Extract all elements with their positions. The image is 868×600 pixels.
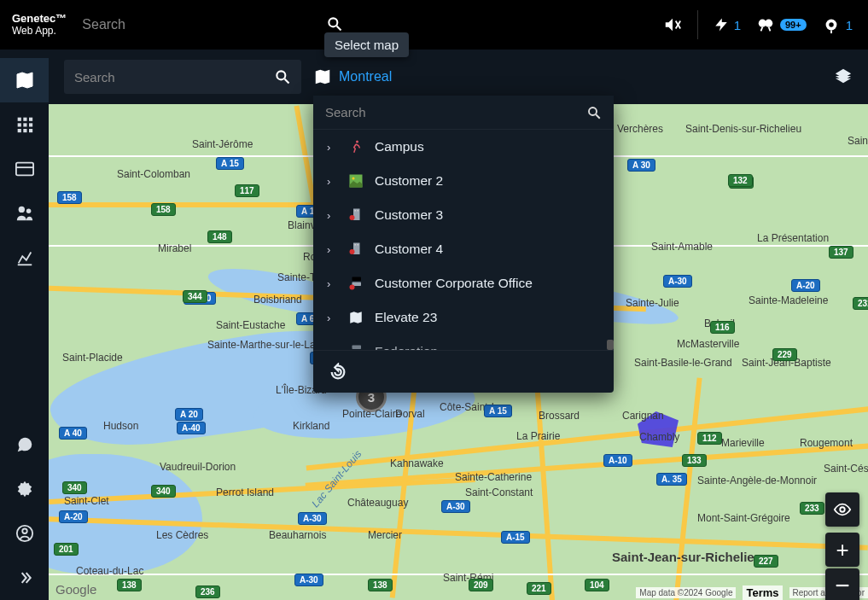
nav-expand[interactable] — [0, 556, 49, 600]
map-data-text: Map data ©2024 Google — [636, 587, 736, 598]
place-label: Saint-Colomban — [117, 168, 190, 180]
road-shield: 117 — [235, 184, 259, 197]
road-shield: 158 — [151, 203, 176, 216]
road-shield: 227 — [754, 555, 778, 568]
road-shield: 138 — [368, 579, 393, 591]
road-shield: 112 — [697, 432, 722, 445]
dropdown-item-campus[interactable]: › Campus — [313, 130, 614, 164]
svg-point-28 — [589, 108, 597, 115]
nav-grid[interactable] — [0, 102, 49, 147]
road-shield: A-30 — [294, 574, 323, 586]
terms-link[interactable]: Terms — [743, 585, 782, 600]
svg-rect-13 — [23, 123, 26, 126]
mute-button[interactable] — [663, 15, 682, 34]
dropdown-item-corporate[interactable]: › Customer Corporate Office — [313, 266, 614, 300]
dropdown-item-customer2[interactable]: › Customer 2 — [313, 164, 614, 198]
place-label: Saint-Denis-sur-Richelieu — [685, 123, 801, 135]
nav-card[interactable] — [0, 147, 49, 191]
svg-rect-11 — [29, 118, 32, 121]
server-pin-icon — [347, 275, 364, 292]
chevron-right-icon: › — [327, 277, 330, 290]
zoom-out-button[interactable]: − — [825, 568, 859, 600]
place-label: Châteauguay — [347, 497, 408, 509]
layers-button[interactable] — [834, 67, 853, 86]
nav-chat[interactable] — [0, 422, 49, 467]
place-label: Saint-Amable — [651, 241, 713, 253]
map-search[interactable] — [64, 60, 301, 94]
dropdown-item-label: Elevate 23 — [375, 310, 437, 325]
map-icon — [347, 309, 364, 326]
place-label: Saint-Césaire — [824, 463, 868, 475]
place-label: La Présentation — [757, 232, 829, 244]
svg-point-32 — [352, 178, 355, 180]
nav-maps[interactable] — [0, 58, 49, 102]
alerts-count: 1 — [734, 18, 741, 32]
dropdown-item-federation[interactable]: › Federation — [313, 335, 614, 350]
place-label: Vaudreuil-Dorion — [160, 461, 236, 473]
place-label: Chambly — [639, 431, 679, 443]
chevron-right-icon: › — [327, 312, 330, 324]
dropdown-item-label: Campus — [375, 139, 424, 154]
refresh-button[interactable] — [329, 363, 347, 382]
search-icon[interactable] — [326, 15, 343, 32]
road-shield: 158 — [57, 191, 82, 204]
record-button[interactable]: 1 — [822, 15, 853, 34]
svg-point-30 — [356, 141, 358, 143]
place-label: Rougemont — [800, 437, 853, 449]
watch-button[interactable]: 99+ — [756, 15, 807, 34]
select-map-tooltip: Select map — [324, 32, 409, 57]
map-select-button[interactable]: Montreal — [313, 67, 392, 86]
zoom-in-button[interactable]: + — [825, 533, 859, 567]
place-label: McMasterville — [677, 338, 739, 350]
road-shield: 116 — [710, 321, 735, 334]
place-label: La Prairie — [516, 430, 560, 442]
svg-rect-15 — [17, 129, 20, 132]
dropdown-search[interactable] — [313, 96, 614, 130]
nav-people[interactable] — [0, 191, 49, 236]
place-label: Boisbriand — [253, 294, 302, 306]
svg-line-29 — [596, 114, 600, 119]
nav-account[interactable] — [0, 511, 49, 556]
divider — [697, 10, 698, 39]
svg-rect-8 — [830, 30, 832, 33]
chevron-right-icon: › — [327, 243, 330, 256]
map-icon — [313, 67, 332, 86]
road-shield: A-20 — [791, 279, 820, 292]
server-pin-icon — [347, 343, 364, 350]
svg-line-27 — [285, 79, 289, 84]
road-shield: 201 — [54, 543, 79, 556]
dropdown-item-customer4[interactable]: › Customer 4 — [313, 232, 614, 266]
place-label: Brossard — [539, 410, 580, 422]
current-map-label: Montreal — [339, 69, 392, 84]
svg-rect-16 — [23, 129, 26, 132]
road-shield: A 20 — [175, 408, 203, 421]
road-shield: 133 — [682, 454, 707, 467]
nav-reports[interactable] — [0, 236, 49, 280]
scrollbar[interactable] — [607, 130, 614, 350]
svg-point-20 — [18, 207, 24, 213]
svg-point-40 — [350, 249, 355, 254]
map-search-input[interactable] — [74, 70, 274, 84]
place-label: Hudson — [103, 420, 138, 432]
dropdown-search-input[interactable] — [325, 105, 580, 119]
place-label: Saint-Jean-sur-Richelieu — [612, 550, 762, 564]
search-icon[interactable] — [586, 105, 602, 120]
nav-settings[interactable] — [0, 467, 49, 511]
search-icon[interactable] — [274, 68, 291, 85]
road-shield: 104 — [585, 579, 609, 591]
dropdown-list: › Campus › Customer 2 › Customer 3 › Cus… — [313, 130, 614, 350]
chevron-right-icon: › — [327, 175, 330, 188]
place-label: Perrot Island — [216, 486, 274, 498]
visibility-button[interactable] — [825, 492, 859, 527]
dropdown-item-elevate[interactable]: › Elevate 23 — [313, 300, 614, 335]
road-shield: A-30 — [663, 275, 692, 288]
place-label: Kahnawake — [390, 457, 444, 469]
svg-rect-18 — [15, 163, 32, 176]
road-shield: 340 — [62, 481, 87, 494]
alerts-button[interactable]: 1 — [714, 17, 741, 32]
global-search-input[interactable] — [79, 10, 317, 39]
dropdown-item-customer3[interactable]: › Customer 3 — [313, 198, 614, 232]
place-label: Saint-Placide — [62, 352, 123, 364]
dropdown-footer — [313, 350, 614, 393]
road-shield: 221 — [527, 582, 551, 595]
